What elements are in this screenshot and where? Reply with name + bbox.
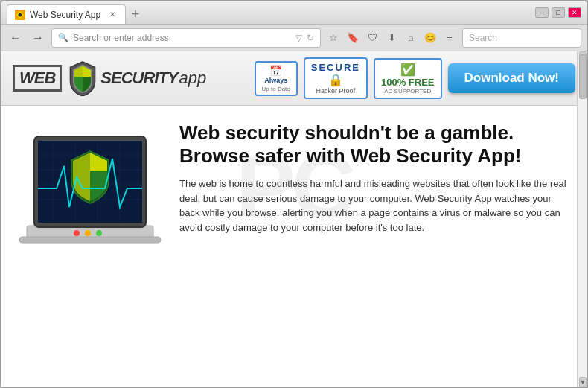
- nav-bar: ← → 🔍 Search or enter address ▽ ↻ ☆ 🔖 🛡 …: [1, 25, 587, 51]
- always-badge-label: Always: [262, 77, 290, 84]
- lock-icon: 🔒: [328, 73, 343, 87]
- tab-close-button[interactable]: ✕: [107, 10, 118, 20]
- reload-icon[interactable]: ↻: [307, 33, 314, 43]
- logo-shield: [66, 60, 99, 96]
- main-description: The web is home to countless harmful and…: [179, 176, 572, 235]
- svg-rect-4: [19, 237, 161, 243]
- tab-favicon: [15, 10, 25, 20]
- shield-icon[interactable]: 🛡: [364, 30, 380, 46]
- profile-icon[interactable]: 😊: [422, 30, 438, 46]
- logo-area: WEB SECURITY app: [13, 60, 206, 96]
- logo-app-text: app: [179, 69, 207, 88]
- forward-button[interactable]: →: [29, 29, 47, 47]
- search-bar[interactable]: Search: [462, 28, 581, 48]
- checkmark-icon: ✅: [400, 63, 415, 77]
- badges-area: 📅 Always Up to Date SECURE 🔒 Hacker Proo…: [255, 57, 575, 99]
- free-badge: ✅ 100% FREE AD SUPPORTED: [374, 58, 442, 99]
- svg-point-17: [96, 230, 102, 236]
- active-tab[interactable]: Web Security App ✕: [7, 4, 126, 24]
- scroll-down[interactable]: ▼: [579, 377, 587, 387]
- address-text: Search or enter address: [73, 33, 291, 43]
- new-tab-button[interactable]: +: [126, 4, 145, 24]
- page-content: ▲ ▼ WEB SECURITY: [1, 51, 587, 387]
- minimize-button[interactable]: ─: [535, 7, 549, 18]
- svg-point-15: [74, 230, 80, 236]
- bookmark-icon[interactable]: 🔖: [345, 30, 361, 46]
- free-badge-sub: AD SUPPORTED: [384, 88, 431, 95]
- close-button[interactable]: ✕: [568, 7, 581, 18]
- content-row: Web security shouldn't be a gamble. Brow…: [16, 121, 572, 251]
- tab-title: Web Security App: [30, 10, 100, 20]
- main-headline: Web security shouldn't be a gamble. Brow…: [179, 121, 572, 168]
- text-content-area: Web security shouldn't be a gamble. Brow…: [179, 121, 572, 235]
- calendar-icon: 📅: [262, 65, 290, 77]
- main-content-area: PC: [1, 106, 587, 266]
- home-icon[interactable]: ⌂: [403, 30, 419, 46]
- maximize-button[interactable]: □: [552, 7, 565, 18]
- address-icon: 🔍: [58, 33, 68, 42]
- toolbar-icons: ☆ 🔖 🛡 ⬇ ⌂ 😊 ≡: [325, 30, 458, 46]
- window-controls: ─ □ ✕: [535, 7, 581, 18]
- menu-icon[interactable]: ≡: [441, 30, 458, 46]
- laptop-illustration: [16, 121, 164, 251]
- star-icon[interactable]: ☆: [325, 30, 342, 46]
- svg-point-16: [85, 230, 91, 236]
- free-badge-label: 100% FREE: [381, 77, 435, 88]
- always-badge-sub: Up to Date: [262, 86, 290, 92]
- browser-window: Web Security App ✕ + ─ □ ✕ ← → 🔍 Search …: [0, 0, 588, 388]
- back-button[interactable]: ←: [7, 29, 25, 47]
- always-badge: 📅 Always Up to Date: [255, 61, 298, 96]
- secure-badge-sub: Hacker Proof: [316, 87, 356, 95]
- logo-web-text: WEB: [13, 65, 62, 92]
- scroll-thumb[interactable]: [579, 54, 587, 99]
- address-clear-icon: ▽: [295, 33, 302, 43]
- search-placeholder: Search: [469, 33, 497, 43]
- secure-badge-label: SECURE: [311, 62, 360, 73]
- site-header: WEB SECURITY app: [1, 51, 587, 106]
- download-icon[interactable]: ⬇: [383, 30, 400, 46]
- address-bar[interactable]: 🔍 Search or enter address ▽ ↻: [51, 28, 321, 48]
- title-bar: Web Security App ✕ + ─ □ ✕: [1, 1, 587, 25]
- logo-security-text: SECURITY: [100, 69, 177, 88]
- secure-badge: SECURE 🔒 Hacker Proof: [304, 57, 368, 99]
- tab-area: Web Security App ✕ +: [7, 1, 529, 24]
- download-now-button[interactable]: Download Now!: [448, 63, 575, 93]
